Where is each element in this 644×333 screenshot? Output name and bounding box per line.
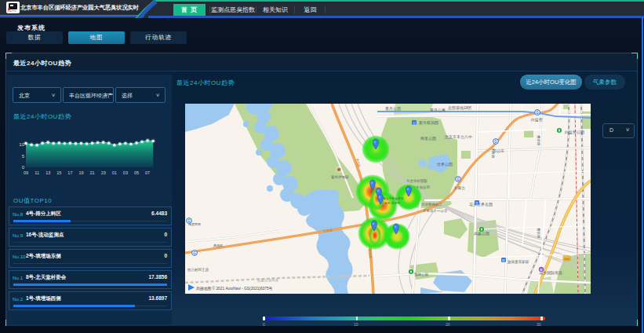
svg-text:白盆窑: 白盆窑 bbox=[531, 117, 543, 123]
svg-text:大葆台: 大葆台 bbox=[453, 185, 465, 190]
svg-text:子弟第十一小学: 子弟第十一小学 bbox=[423, 209, 448, 213]
svg-text:区: 区 bbox=[502, 258, 505, 262]
svg-text:21: 21 bbox=[90, 170, 95, 175]
svg-text:07: 07 bbox=[145, 170, 150, 175]
svg-text:看丹公园: 看丹公园 bbox=[385, 106, 401, 112]
svg-text:新华双加园: 新华双加园 bbox=[419, 120, 438, 126]
svg-text:樊羊路: 樊羊路 bbox=[537, 228, 540, 239]
svg-text:花乡世界名园: 花乡世界名园 bbox=[469, 202, 493, 207]
svg-text:紫谷伊甸园: 紫谷伊甸园 bbox=[331, 175, 349, 179]
svg-text:13: 13 bbox=[45, 170, 50, 175]
svg-text:23: 23 bbox=[101, 170, 106, 175]
svg-text:世界公园: 世界公园 bbox=[436, 162, 453, 167]
svg-text:03: 03 bbox=[123, 170, 128, 175]
svg-text:高德地图 © 2021 AutoNavi - GS(2021: 高德地图 © 2021 AutoNavi - GS(2021)6375号 bbox=[196, 286, 273, 291]
svg-text:G: G bbox=[187, 219, 191, 223]
svg-text:丰科路: 丰科路 bbox=[491, 148, 495, 159]
svg-text:01: 01 bbox=[112, 170, 117, 175]
svg-text:家: 家 bbox=[540, 268, 543, 272]
svg-text:G: G bbox=[193, 251, 196, 255]
svg-text:5: 5 bbox=[22, 154, 25, 159]
svg-text:文: 文 bbox=[475, 201, 478, 205]
svg-text:G: G bbox=[457, 177, 460, 181]
svg-text:15: 15 bbox=[56, 170, 61, 175]
svg-text:北京华科国际: 北京华科国际 bbox=[406, 178, 428, 184]
svg-text:慧保康居家园: 慧保康居家园 bbox=[507, 260, 529, 264]
svg-text:独义村回王房: 独义村回王房 bbox=[187, 267, 209, 273]
svg-text:17: 17 bbox=[67, 170, 72, 175]
svg-text:南苑路: 南苑路 bbox=[368, 249, 373, 258]
svg-text:公: 公 bbox=[413, 121, 416, 125]
svg-text:高鑫公园: 高鑫公园 bbox=[474, 231, 489, 236]
svg-text:0: 0 bbox=[22, 165, 25, 170]
svg-text:北京铁路职工: 北京铁路职工 bbox=[421, 202, 443, 207]
svg-text:09: 09 bbox=[24, 170, 28, 175]
svg-text:05: 05 bbox=[134, 170, 139, 175]
svg-text:在建京雄高速: 在建京雄高速 bbox=[257, 277, 279, 283]
svg-text:北京市丰台八中: 北京市丰台八中 bbox=[445, 134, 472, 140]
svg-text:G45: G45 bbox=[564, 257, 570, 261]
svg-text:10: 10 bbox=[19, 142, 24, 147]
svg-text:G: G bbox=[536, 111, 539, 115]
svg-text:总部基地18区: 总部基地18区 bbox=[448, 105, 472, 111]
svg-text:御泉公园: 御泉公园 bbox=[420, 136, 436, 141]
svg-text:19: 19 bbox=[78, 170, 83, 175]
svg-text:G: G bbox=[494, 140, 497, 144]
svg-text:樊羊路: 樊羊路 bbox=[537, 135, 540, 146]
svg-text:美全水郁金香花: 美全水郁金香花 bbox=[383, 196, 404, 200]
svg-text:休闲 度假村: 休闲 度假村 bbox=[384, 201, 400, 205]
svg-text:白盆窑公园: 白盆窑公园 bbox=[565, 130, 584, 135]
svg-text:看丹公寓: 看丹公寓 bbox=[430, 108, 446, 112]
svg-text:11: 11 bbox=[35, 170, 39, 175]
